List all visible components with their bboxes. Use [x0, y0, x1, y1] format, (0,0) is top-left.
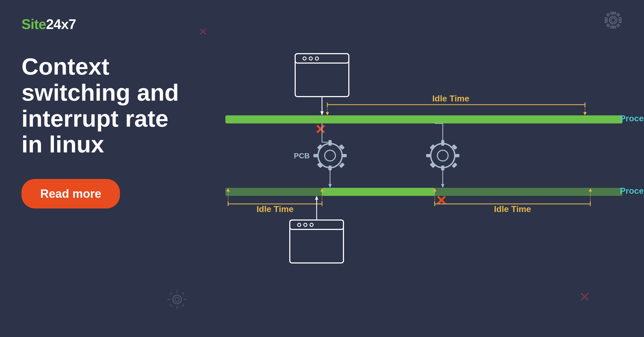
svg-point-16	[303, 57, 306, 60]
svg-rect-44	[317, 162, 323, 168]
svg-text:Idle Time: Idle Time	[432, 94, 469, 103]
svg-point-21	[298, 223, 301, 226]
svg-rect-52	[455, 154, 459, 157]
svg-rect-55	[430, 162, 435, 168]
svg-marker-87	[315, 196, 318, 200]
context-switch-diagram: Idle Time Process 1 ✕ PCB ✕ Process 2	[0, 0, 644, 337]
svg-text:Process 1: Process 1	[620, 113, 644, 123]
svg-marker-25	[320, 111, 324, 115]
svg-rect-41	[342, 154, 347, 157]
svg-rect-11	[225, 115, 623, 123]
svg-point-37	[325, 150, 335, 161]
svg-rect-42	[317, 144, 323, 150]
svg-text:✕: ✕	[315, 122, 326, 137]
svg-point-18	[315, 57, 319, 60]
svg-text:Process 2: Process 2	[620, 186, 644, 196]
svg-point-17	[309, 57, 312, 60]
svg-point-48	[437, 150, 448, 161]
svg-rect-53	[430, 144, 435, 150]
svg-marker-58	[328, 184, 332, 188]
svg-point-22	[304, 223, 307, 226]
svg-rect-40	[313, 154, 318, 157]
svg-text:✕: ✕	[436, 193, 447, 208]
svg-rect-13	[322, 188, 435, 196]
svg-marker-32	[583, 112, 587, 115]
svg-marker-60	[441, 184, 444, 188]
svg-rect-19	[290, 220, 343, 263]
svg-text:PCB: PCB	[294, 152, 310, 160]
svg-text:Idle Time: Idle Time	[494, 204, 531, 214]
svg-marker-30	[326, 112, 329, 115]
svg-text:Idle Time: Idle Time	[257, 204, 294, 214]
svg-rect-14	[295, 54, 349, 97]
svg-rect-51	[426, 154, 431, 157]
svg-point-23	[310, 223, 313, 226]
